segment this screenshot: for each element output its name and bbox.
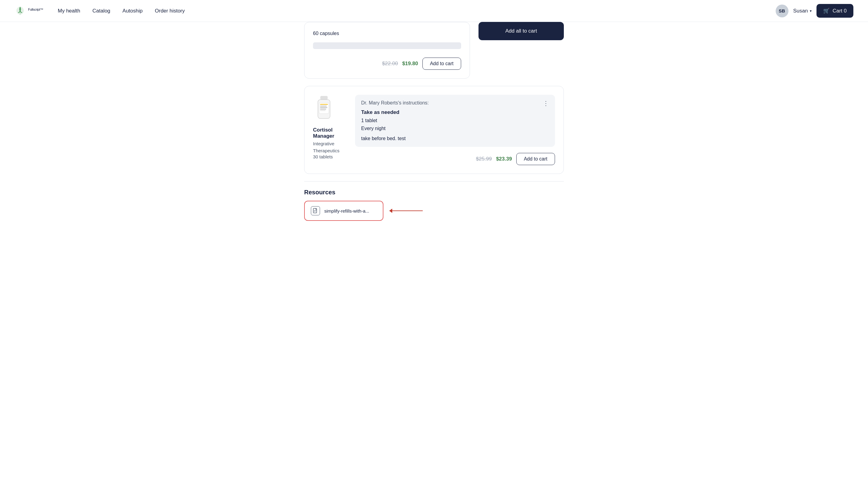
top-add-to-cart-button[interactable]: Add to cart [423,58,461,70]
logo-text: Fullscript™ [28,7,43,15]
instructions-frequency: Take as needed [361,109,549,116]
nav-my-health[interactable]: My health [58,8,81,14]
resource-item-wrapper: simplify-refills-with-a... [304,201,564,221]
product-info: Cortisol Manager Integrative Therapeutic… [313,127,346,159]
cortisol-add-to-cart-button[interactable]: Add to cart [516,153,555,165]
top-section: 60 capsules $22.00 $19.80 Add to cart Ad… [304,22,564,78]
resources-section: Resources simplify-refills-with-a... [304,189,564,221]
instructions-title: Dr. Mary Roberts's instructions: [361,100,429,106]
capsules-label: 60 capsules [313,31,461,36]
top-product-card: 60 capsules $22.00 $19.80 Add to cart [304,22,470,78]
resource-label: simplify-refills-with-a... [324,208,369,214]
instructions-box: Dr. Mary Roberts's instructions: ⋮ Take … [355,95,555,147]
instructions-header: Dr. Mary Roberts's instructions: ⋮ [361,100,549,106]
svg-rect-4 [320,106,327,106]
svg-rect-3 [320,104,328,105]
sidebar: Add all to cart [478,22,564,78]
logo-link[interactable]: Fullscript™ [14,5,43,17]
top-sale-price: $19.80 [402,61,418,67]
avatar: SB [776,5,788,18]
svg-rect-0 [320,96,328,100]
instructions-detail-line2: Every night [361,125,549,132]
instructions-note: take before bed. test [361,136,549,141]
user-name: Susan [793,8,808,14]
product-image-col: Cortisol Manager Integrative Therapeutic… [313,95,346,165]
cortisol-price-row: $25.99 $23.39 Add to cart [355,153,555,165]
svg-rect-7 [320,110,326,111]
cart-label: Cart 0 [833,8,847,14]
top-price-row: $22.00 $19.80 Add to cart [313,58,461,70]
product-brand: Integrative Therapeutics [313,140,346,154]
resources-title: Resources [304,189,564,196]
instructions-detail-line1: 1 tablet [361,117,549,125]
cart-icon: 🛒 [823,8,830,14]
arrow-head-icon [389,209,392,213]
section-separator [304,181,564,182]
logo-icon [14,5,26,17]
cortisol-product-card: Cortisol Manager Integrative Therapeutic… [304,86,564,174]
main-content: 60 capsules $22.00 $19.80 Add to cart Ad… [297,22,571,239]
cortisol-original-price: $25.99 [476,156,492,162]
arrow-line [392,211,423,211]
chevron-down-icon: ▾ [810,9,812,13]
cart-button[interactable]: 🛒 Cart 0 [816,4,854,18]
resource-file-icon [311,206,320,215]
product-card-inner: Cortisol Manager Integrative Therapeutic… [313,95,555,165]
svg-rect-5 [320,107,327,108]
nav-right: SB Susan ▾ 🛒 Cart 0 [776,4,854,18]
product-bottle-image [313,95,335,122]
add-all-to-cart-button[interactable]: Add all to cart [478,22,564,40]
nav-autoship[interactable]: Autoship [123,8,143,14]
nav-catalog[interactable]: Catalog [92,8,110,14]
nav-order-history[interactable]: Order history [155,8,185,14]
svg-rect-6 [320,109,326,110]
more-options-icon[interactable]: ⋮ [543,100,549,106]
resource-item[interactable]: simplify-refills-with-a... [304,201,383,221]
nav-links: My health Catalog Autoship Order history [58,8,776,14]
cortisol-sale-price: $23.39 [496,156,512,162]
arrow-pointer [390,209,423,213]
product-right: Dr. Mary Roberts's instructions: ⋮ Take … [355,95,555,165]
product-name: Cortisol Manager [313,127,346,139]
user-dropdown[interactable]: Susan ▾ [793,8,812,14]
top-original-price: $22.00 [382,61,398,67]
product-size: 30 tablets [313,154,346,159]
navbar: Fullscript™ My health Catalog Autoship O… [0,0,868,22]
